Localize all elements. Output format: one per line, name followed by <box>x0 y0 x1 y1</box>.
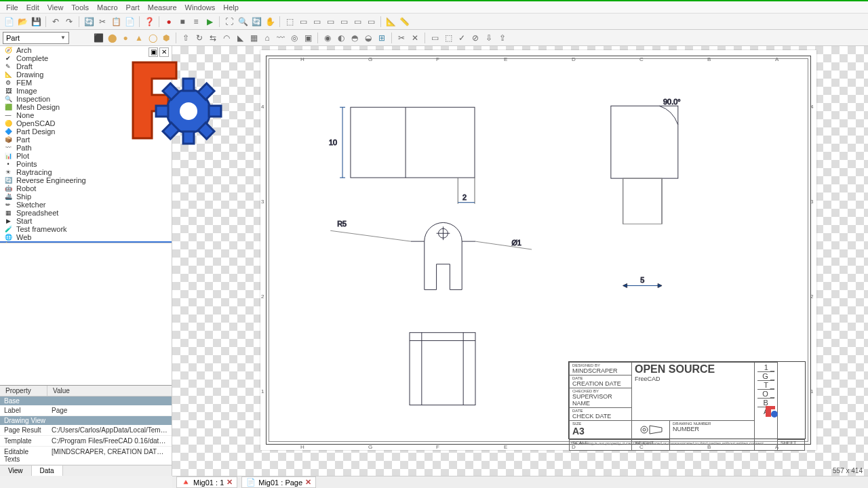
workbench-item[interactable]: 🤖Robot <box>0 184 172 192</box>
workbench-item[interactable]: 🟡OpenSCAD <box>0 119 172 127</box>
doc-tab-2[interactable]: 📄 Mig01 : Page ✕ <box>241 476 316 488</box>
open-icon[interactable]: 📂 <box>16 16 28 28</box>
menu-help[interactable]: Help <box>220 3 242 12</box>
drawing-canvas[interactable]: 10 2 <box>172 46 868 476</box>
offset-icon[interactable]: ◎ <box>288 32 300 44</box>
workbench-item[interactable]: •Points <box>0 160 172 168</box>
property-tab-data[interactable]: Data <box>32 466 63 476</box>
cut-icon[interactable]: ◐ <box>335 32 347 44</box>
view-front-icon[interactable]: ▭ <box>297 16 309 28</box>
workbench-item[interactable]: 〰Path <box>0 144 172 152</box>
view-iso-icon[interactable]: ⬚ <box>283 16 296 28</box>
measure-icon[interactable]: 📐 <box>384 16 397 28</box>
extrude-icon[interactable]: ⇧ <box>180 32 192 44</box>
workbench-selector[interactable]: Part ▼ <box>3 32 69 44</box>
part-import-icon[interactable]: ⇩ <box>483 32 495 44</box>
loft-icon[interactable]: ⌂ <box>261 32 273 44</box>
workbench-item[interactable]: 🔷Part Design <box>0 127 172 136</box>
prism-icon[interactable]: ⬢ <box>160 32 172 44</box>
revolve-icon[interactable]: ↻ <box>193 32 205 44</box>
view-top-icon[interactable]: ▭ <box>311 16 323 28</box>
rotate-icon[interactable]: 🔄 <box>250 16 262 28</box>
stop-icon[interactable]: ■ <box>176 16 189 28</box>
fuse-icon[interactable]: ◓ <box>349 32 361 44</box>
record-icon[interactable]: ● <box>163 16 175 28</box>
make-face-icon[interactable]: ▭ <box>429 32 441 44</box>
menu-tools[interactable]: Tools <box>68 3 92 12</box>
thickness-icon[interactable]: ▣ <box>302 32 314 44</box>
cut-icon[interactable]: ✂ <box>96 16 108 28</box>
redo-icon[interactable]: ↷ <box>63 16 75 28</box>
workbench-item[interactable]: 🌐Web <box>0 233 172 241</box>
mirror-icon[interactable]: ⇆ <box>207 32 219 44</box>
zoom-fit-icon[interactable]: ⛶ <box>223 16 235 28</box>
workbench-item[interactable]: ☀Raytracing <box>0 168 172 176</box>
part-export-icon[interactable]: ⇪ <box>496 32 509 44</box>
fillet-icon[interactable]: ◠ <box>220 32 233 44</box>
measure2-icon[interactable]: 📏 <box>398 16 410 28</box>
property-row[interactable]: Editable Texts[MINDSCRAPER, CREATION DAT… <box>0 447 172 465</box>
view-right-icon[interactable]: ▭ <box>324 16 336 28</box>
macro-icon[interactable]: ≡ <box>190 16 202 28</box>
ruled-icon[interactable]: ▦ <box>248 32 260 44</box>
cylinder-icon[interactable]: ⬤ <box>106 32 118 44</box>
compound-icon[interactable]: ⊞ <box>376 32 388 44</box>
workbench-item[interactable]: 📦Part <box>0 136 172 144</box>
workbench-item[interactable]: ✔Complete <box>0 54 172 62</box>
close-icon[interactable]: ✕ <box>305 478 311 487</box>
menu-measure[interactable]: Measure <box>144 3 180 12</box>
zoom-in-icon[interactable]: 🔍 <box>237 16 249 28</box>
panel-close-icon[interactable]: ✕ <box>159 47 169 57</box>
paste-icon[interactable]: 📄 <box>123 16 136 28</box>
panel-float-icon[interactable]: ▣ <box>149 47 158 57</box>
undo-icon[interactable]: ↶ <box>50 16 62 28</box>
cone-icon[interactable]: ▲ <box>133 32 145 44</box>
cross-icon[interactable]: ✕ <box>409 32 421 44</box>
refresh-icon[interactable]: 🔄 <box>83 16 95 28</box>
view-rear-icon[interactable]: ▭ <box>338 16 350 28</box>
workbench-item[interactable]: 🧪Test framework <box>0 225 172 233</box>
copy-icon[interactable]: 📋 <box>110 16 122 28</box>
chamfer-icon[interactable]: ◣ <box>234 32 246 44</box>
boolean-icon[interactable]: ◉ <box>321 32 334 44</box>
menu-file[interactable]: File <box>3 3 22 12</box>
check-geometry-icon[interactable]: ✓ <box>456 32 468 44</box>
box-icon[interactable]: ⬛ <box>92 32 104 44</box>
tree-view[interactable] <box>0 243 172 385</box>
shape-builder-icon[interactable]: ⬚ <box>442 32 454 44</box>
torus-icon[interactable]: ◯ <box>146 32 159 44</box>
menu-view[interactable]: View <box>44 3 67 12</box>
workbench-item[interactable]: ⚙FEM <box>0 79 172 87</box>
workbench-list[interactable]: 🧭Arch✔Complete✎Draft📐Drawing⚙FEM🖼Image🔍I… <box>0 46 172 243</box>
menu-windows[interactable]: Windows <box>182 3 219 12</box>
menu-edit[interactable]: Edit <box>23 3 43 12</box>
help-icon[interactable]: ❓ <box>143 16 155 28</box>
menu-macro[interactable]: Macro <box>94 3 121 12</box>
section-icon[interactable]: ✂ <box>395 32 408 44</box>
workbench-item[interactable]: 🧭Arch <box>0 46 172 54</box>
close-icon[interactable]: ✕ <box>226 478 233 487</box>
common-icon[interactable]: ◒ <box>362 32 374 44</box>
save-icon[interactable]: 💾 <box>30 16 42 28</box>
play-icon[interactable]: ▶ <box>203 16 216 28</box>
workbench-item[interactable]: 📊Plot <box>0 152 172 160</box>
property-row[interactable]: LabelPage <box>0 405 172 416</box>
workbench-item[interactable]: ▶Start <box>0 217 172 225</box>
doc-tab-1[interactable]: 🔺 Mig01 : 1 ✕ <box>176 476 237 488</box>
workbench-item[interactable]: ✎Draft <box>0 62 172 70</box>
workbench-item[interactable]: 🚢Ship <box>0 192 172 201</box>
workbench-item[interactable]: 🖼Image <box>0 87 172 95</box>
new-icon[interactable]: 📄 <box>3 16 15 28</box>
menu-part[interactable]: Part <box>123 3 143 12</box>
workbench-item[interactable]: —None <box>0 111 172 119</box>
property-row[interactable]: Page ResultC:/Users/Carlos/AppData/Local… <box>0 425 172 436</box>
view-bottom-icon[interactable]: ▭ <box>351 16 363 28</box>
pan-icon[interactable]: ✋ <box>264 16 276 28</box>
property-tab-view[interactable]: View <box>0 466 32 476</box>
view-left-icon[interactable]: ▭ <box>365 16 377 28</box>
workbench-item[interactable]: 🟩Mesh Design <box>0 103 172 111</box>
workbench-item[interactable]: 🔄Reverse Engineering <box>0 176 172 184</box>
property-row[interactable]: TemplateC:/Program Files/FreeCAD 0.16/da… <box>0 436 172 447</box>
workbench-item[interactable]: 🔍Inspection <box>0 95 172 103</box>
sweep-icon[interactable]: 〰 <box>275 32 287 44</box>
